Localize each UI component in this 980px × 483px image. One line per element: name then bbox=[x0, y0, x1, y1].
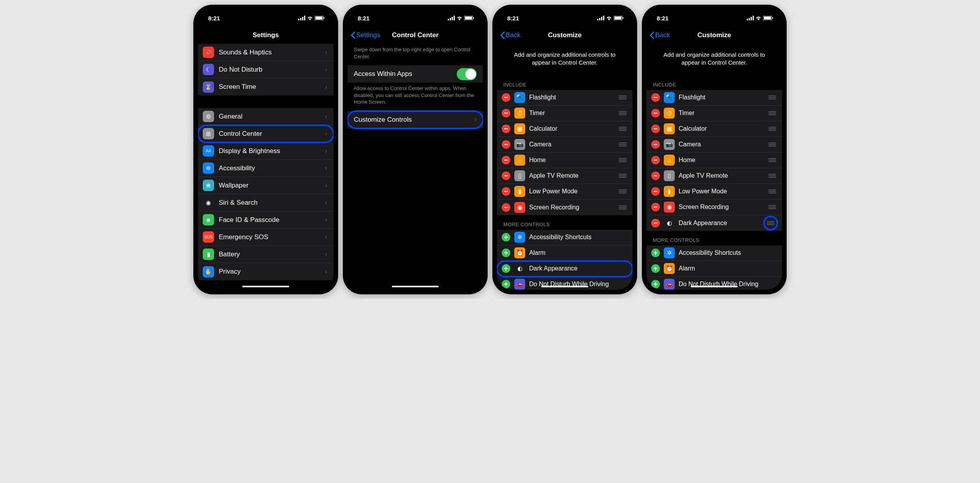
control-row[interactable]: ⏰Alarm bbox=[647, 261, 782, 277]
remove-button[interactable] bbox=[651, 156, 660, 164]
drag-handle-icon[interactable] bbox=[768, 142, 776, 146]
settings-row[interactable]: ❀Wallpaper› bbox=[198, 177, 333, 194]
remove-button[interactable] bbox=[502, 171, 510, 180]
control-row[interactable]: ◐Dark Appearance bbox=[647, 215, 782, 231]
back-button[interactable]: Back bbox=[500, 31, 521, 39]
row-label: Emergency SOS bbox=[219, 233, 325, 241]
control-row[interactable]: 📷Camera bbox=[647, 137, 782, 153]
chevron-right-icon: › bbox=[325, 112, 327, 121]
add-button[interactable] bbox=[651, 264, 660, 273]
settings-row[interactable]: ◉Siri & Search› bbox=[198, 194, 333, 211]
remove-button[interactable] bbox=[502, 93, 510, 102]
control-row[interactable]: ⌂Home bbox=[497, 153, 632, 168]
customize-controls-row[interactable]: Customize Controls › bbox=[348, 111, 483, 128]
control-row[interactable]: 🔦Flashlight bbox=[497, 90, 632, 106]
drag-handle-icon[interactable] bbox=[768, 111, 776, 115]
control-row[interactable]: ▦Calculator bbox=[497, 121, 632, 137]
drag-handle-icon[interactable] bbox=[768, 96, 776, 99]
control-row[interactable]: ▯Apple TV Remote bbox=[497, 168, 632, 184]
access-within-apps-row[interactable]: Access Within Apps bbox=[348, 65, 483, 83]
row-label: Accessibility bbox=[219, 164, 325, 172]
include-header: INCLUDE bbox=[497, 76, 632, 90]
chevron-right-icon: › bbox=[325, 250, 327, 258]
settings-row[interactable]: ⌛Screen Time› bbox=[198, 78, 333, 96]
control-row[interactable]: ⏱Timer bbox=[497, 106, 632, 121]
remove-button[interactable] bbox=[651, 219, 660, 227]
status-time: 8:21 bbox=[358, 15, 369, 22]
drag-handle-icon[interactable] bbox=[618, 111, 627, 115]
remove-button[interactable] bbox=[502, 124, 510, 133]
settings-row[interactable]: ▮Battery› bbox=[198, 246, 333, 263]
remove-button[interactable] bbox=[651, 109, 660, 117]
home-indicator[interactable] bbox=[242, 286, 289, 287]
control-row[interactable]: 🚗Do Not Disturb While Driving bbox=[647, 277, 782, 290]
remove-button[interactable] bbox=[651, 171, 660, 180]
settings-row[interactable]: AADisplay & Brightness› bbox=[198, 142, 333, 160]
drag-handle-icon[interactable] bbox=[618, 174, 627, 178]
remove-button[interactable] bbox=[502, 187, 510, 196]
drag-handle-icon[interactable] bbox=[618, 205, 627, 209]
settings-row[interactable]: ☻Face ID & Passcode› bbox=[198, 211, 333, 229]
back-button[interactable]: Settings bbox=[351, 31, 380, 39]
drag-handle-icon[interactable] bbox=[768, 205, 776, 209]
control-row[interactable]: ⏱Timer bbox=[647, 106, 782, 121]
drag-handle-icon[interactable] bbox=[618, 189, 627, 193]
control-row[interactable]: ▯Apple TV Remote bbox=[647, 168, 782, 184]
control-row[interactable]: 🚗Do Not Disturb While Driving bbox=[497, 277, 632, 290]
drag-handle-icon[interactable] bbox=[618, 158, 627, 162]
add-button[interactable] bbox=[502, 264, 510, 273]
remove-button[interactable] bbox=[502, 156, 510, 164]
control-row[interactable]: 🔦Flashlight bbox=[647, 90, 782, 106]
home-indicator[interactable] bbox=[691, 286, 738, 287]
remove-button[interactable] bbox=[651, 93, 660, 102]
remove-button[interactable] bbox=[502, 109, 510, 117]
remove-button[interactable] bbox=[502, 140, 510, 149]
settings-row[interactable]: ✲Accessibility› bbox=[198, 160, 333, 177]
back-button[interactable]: Back bbox=[650, 31, 670, 39]
home-indicator[interactable] bbox=[392, 286, 439, 287]
remove-button[interactable] bbox=[651, 140, 660, 149]
settings-row[interactable]: 🔊Sounds & Haptics› bbox=[198, 44, 333, 61]
remove-button[interactable] bbox=[651, 187, 660, 196]
control-row[interactable]: ◉Screen Recording bbox=[647, 200, 782, 215]
settings-row[interactable]: ☾Do Not Disturb› bbox=[198, 61, 333, 78]
add-button[interactable] bbox=[651, 280, 660, 288]
drag-handle-icon[interactable] bbox=[618, 142, 627, 146]
drag-handle-icon[interactable] bbox=[768, 189, 776, 193]
signal-icon bbox=[298, 15, 305, 22]
remove-button[interactable] bbox=[651, 124, 660, 133]
add-button[interactable] bbox=[502, 233, 510, 242]
control-row[interactable]: ✲Accessibility Shortcuts bbox=[647, 245, 782, 261]
control-row[interactable]: ⌂Home bbox=[647, 153, 782, 168]
drag-handle-icon[interactable] bbox=[768, 174, 776, 178]
svg-rect-1 bbox=[300, 18, 301, 20]
toggle-switch[interactable] bbox=[457, 68, 477, 80]
add-button[interactable] bbox=[502, 280, 510, 288]
control-icon: ▮ bbox=[514, 186, 525, 197]
control-row[interactable]: ▮Low Power Mode bbox=[647, 184, 782, 200]
control-icon: ◉ bbox=[514, 202, 525, 213]
control-row[interactable]: ✲Accessibility Shortcuts bbox=[497, 230, 632, 245]
settings-row[interactable]: ⚙General› bbox=[198, 108, 333, 125]
control-row[interactable]: ◐Dark Appearance bbox=[497, 261, 632, 277]
settings-row[interactable]: ⊞Control Center› bbox=[198, 125, 333, 142]
control-row[interactable]: ⏰Alarm bbox=[497, 245, 632, 261]
home-indicator[interactable] bbox=[541, 286, 588, 287]
settings-row[interactable]: SOSEmergency SOS› bbox=[198, 229, 333, 246]
remove-button[interactable] bbox=[502, 203, 510, 212]
row-label: Alarm bbox=[679, 265, 776, 272]
drag-handle-icon[interactable] bbox=[765, 217, 776, 229]
drag-handle-icon[interactable] bbox=[768, 127, 776, 131]
settings-list[interactable]: 🔊Sounds & Haptics›☾Do Not Disturb›⌛Scree… bbox=[198, 44, 333, 290]
drag-handle-icon[interactable] bbox=[768, 158, 776, 162]
add-button[interactable] bbox=[651, 249, 660, 257]
add-button[interactable] bbox=[502, 249, 510, 257]
drag-handle-icon[interactable] bbox=[618, 127, 627, 131]
control-row[interactable]: ▮Low Power Mode bbox=[497, 184, 632, 200]
settings-row[interactable]: ✋Privacy› bbox=[198, 263, 333, 280]
control-row[interactable]: 📷Camera bbox=[497, 137, 632, 153]
control-row[interactable]: ◉Screen Recording bbox=[497, 200, 632, 215]
control-row[interactable]: ▦Calculator bbox=[647, 121, 782, 137]
remove-button[interactable] bbox=[651, 203, 660, 211]
drag-handle-icon[interactable] bbox=[618, 96, 627, 99]
